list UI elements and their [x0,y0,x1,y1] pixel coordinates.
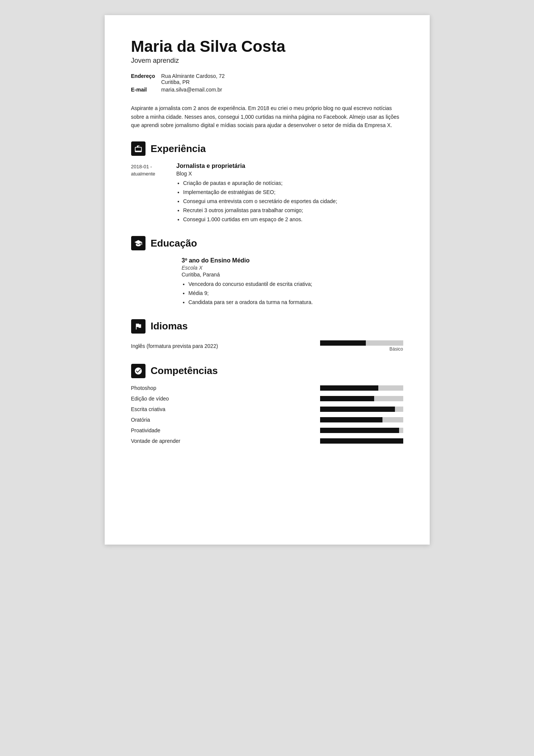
edu-entry-0: 3º ano do Ensino Médio Escola X Curitiba… [182,257,403,307]
skill-bar-track-5 [320,438,403,444]
email-label: E-mail [131,87,161,93]
exp-content-0: Jornalista e proprietária Blog X Criação… [176,163,403,224]
header: Maria da Silva Costa Jovem aprendiz [131,38,403,65]
skill-bar-fill-5 [320,438,403,444]
lang-bar-fill-0 [320,340,366,346]
education-icon [131,236,145,250]
address-value: Rua Almirante Cardoso, 72 Curitiba, PR [161,73,225,85]
email-row: E-mail maria.silva@email.com.br [131,87,403,93]
edu-bullets-0: Vencedora do concurso estudantil de escr… [182,280,403,307]
lang-name-0: Inglês (formatura prevista para 2022) [131,343,320,349]
skill-name-2: Escrita criativa [131,406,320,412]
experience-section: Experiência 2018-01 - atualmente Jornali… [131,141,403,224]
skill-bar-fill-2 [320,407,395,412]
education-header: Educação [131,236,403,250]
skill-row-1: Edição de vídeo [131,396,403,402]
skill-name-3: Oratória [131,417,320,423]
address-label: Endereço [131,73,161,79]
skills-icon [131,364,145,378]
exp-entry-0: 2018-01 - atualmente Jornalista e propri… [131,163,403,224]
skill-row-2: Escrita criativa [131,406,403,412]
resume-container: Maria da Silva Costa Jovem aprendiz Ende… [105,15,430,545]
skill-name-0: Photoshop [131,385,320,391]
briefcase-icon [134,144,142,153]
edu-degree-0: 3º ano do Ensino Médio [182,257,403,264]
summary-text: Aspirante a jornalista com 2 anos de exp… [131,104,403,129]
candidate-title: Jovem aprendiz [131,57,403,65]
exp-dates-0: 2018-01 - atualmente [131,163,176,177]
skill-bar-fill-3 [320,417,382,422]
exp-bullet-0-3: Recrutei 3 outros jornalistas para traba… [183,206,403,215]
skill-bar-fill-4 [320,428,399,433]
skill-bar-track-2 [320,407,403,412]
skill-bar-track-1 [320,396,403,401]
edu-location-0: Curitiba, Paraná [182,272,403,278]
skills-section: Competências Photoshop Edição de vídeo E… [131,364,403,444]
experience-header: Experiência [131,141,403,156]
skill-bar-fill-0 [320,385,378,391]
lang-bar-container-0: Básico [320,340,403,352]
skills-title: Competências [151,365,218,377]
skill-row-5: Vontade de aprender [131,438,403,444]
skill-name-1: Edição de vídeo [131,396,320,402]
experience-title: Experiência [151,143,206,155]
skill-bar-track-3 [320,417,403,422]
edu-bullet-0-0: Vencedora do concurso estudantil de escr… [189,280,403,289]
candidate-name: Maria da Silva Costa [131,38,403,55]
flag-icon [134,322,142,331]
lang-level-label-0: Básico [320,346,403,352]
email-value: maria.silva@email.com.br [161,87,222,93]
edu-bullet-0-1: Média 9; [189,289,403,298]
languages-title: Idiomas [151,320,188,332]
education-title: Educação [151,238,197,249]
address-row: Endereço Rua Almirante Cardoso, 72 Curit… [131,73,403,85]
graduation-icon [134,239,142,247]
address-line2: Curitiba, PR [161,79,225,85]
exp-bullet-0-2: Consegui uma entrevista com o secretário… [183,197,403,206]
experience-icon [131,141,145,156]
edu-bullet-0-2: Candidata para ser a oradora da turma na… [189,298,403,307]
exp-role-0: Jornalista e proprietária [176,163,403,169]
languages-icon [131,319,145,334]
languages-header: Idiomas [131,319,403,334]
skill-bar-track-0 [320,385,403,391]
exp-bullets-0: Criação de pautas e apuração de notícias… [176,179,403,224]
skill-bar-track-4 [320,428,403,433]
exp-bullet-0-4: Consegui 1.000 curtidas em um espaço de … [183,215,403,224]
skill-row-4: Proatividade [131,427,403,433]
skill-bar-fill-1 [320,396,374,401]
lang-row-0: Inglês (formatura prevista para 2022) Bá… [131,340,403,352]
skill-row-3: Oratória [131,417,403,423]
exp-bullet-0-1: Implementação de estratégias de SEO; [183,188,403,197]
exp-bullet-0-0: Criação de pautas e apuração de notícias… [183,179,403,188]
address-line1: Rua Almirante Cardoso, 72 [161,73,225,79]
languages-section: Idiomas Inglês (formatura prevista para … [131,319,403,352]
lang-bar-track-0 [320,340,403,346]
education-section: Educação 3º ano do Ensino Médio Escola X… [131,236,403,307]
skill-name-5: Vontade de aprender [131,438,320,444]
skills-header: Competências [131,364,403,378]
exp-company-0: Blog X [176,171,403,177]
skill-row-0: Photoshop [131,385,403,391]
edu-school-0: Escola X [182,265,403,271]
skill-name-4: Proatividade [131,427,320,433]
contact-block: Endereço Rua Almirante Cardoso, 72 Curit… [131,73,403,93]
star-icon [134,367,142,375]
